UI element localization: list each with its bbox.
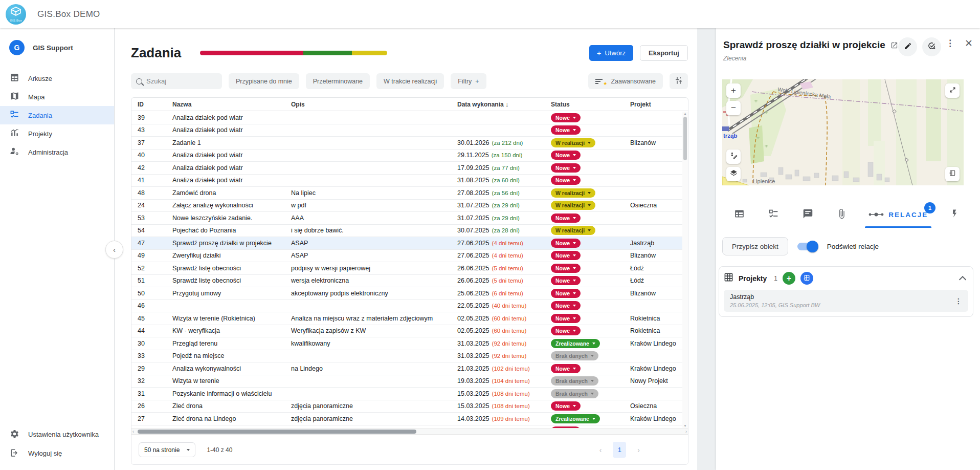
status-badge[interactable]: Nowe (551, 264, 581, 273)
filter-chip-inprogress[interactable]: W trakcie realizacji (376, 73, 444, 89)
page-size-select[interactable]: 50 na stronie (139, 442, 195, 457)
status-badge[interactable]: W realizacji (551, 226, 595, 235)
vertical-scrollbar[interactable]: ▲ ▼ (682, 112, 688, 428)
status-badge[interactable]: W realizacji (551, 138, 595, 147)
table-row[interactable]: 27Zleć drona na Lindegozdjęcia panoramic… (131, 413, 688, 425)
table-row[interactable]: 40Analiza działek pod wiatr29.11.2025(za… (131, 149, 688, 162)
collapse-section-icon[interactable] (959, 275, 966, 283)
status-badge[interactable]: Zrealizowane (551, 339, 600, 348)
panel-collapse-button[interactable]: ‹ (105, 241, 123, 259)
column-header-status[interactable]: Status (545, 101, 624, 108)
status-badge[interactable]: Nowe (551, 276, 581, 285)
table-row[interactable]: 44KW - weryfikacjaWeryfikacja zapisów z … (131, 325, 688, 338)
tab-comments[interactable] (791, 201, 825, 228)
create-button[interactable]: + Utwórz (589, 45, 633, 61)
sidebar-item-administracja[interactable]: Administracja (0, 143, 114, 161)
advanced-filter-button[interactable]: ★ Zaawansowane (588, 73, 663, 89)
table-row[interactable]: 33Pojedź na miejsce31.03.2025(92 dni tem… (131, 350, 688, 363)
table-row[interactable]: 51Sprawdź listę obecnościwersja elektron… (131, 275, 688, 288)
status-badge[interactable]: Nowe (551, 314, 581, 323)
status-badge[interactable]: Brak danych (551, 376, 598, 386)
horizontal-scrollbar-thumb[interactable] (138, 430, 416, 434)
table-row[interactable]: 48Zamówić dronaNa lipiec27.08.2025(za 56… (131, 187, 688, 200)
table-row[interactable]: 52Sprawdź listę obecnościpodpisy w wersj… (131, 262, 688, 275)
column-settings-button[interactable] (670, 73, 688, 89)
sidebar-item-ustawienia[interactable]: Ustawienia użytkownika (0, 425, 114, 444)
zoom-in-button[interactable]: + (726, 83, 741, 98)
status-badge[interactable]: Nowe (551, 289, 581, 298)
table-row[interactable]: 49Zweryfikuj działkiASAP27.06.2025(4 dni… (131, 250, 688, 263)
status-badge[interactable]: Nowe (551, 213, 581, 223)
status-badge[interactable]: Nowe (551, 125, 581, 135)
current-page[interactable]: 1 (613, 442, 626, 458)
close-icon[interactable]: ✕ (965, 38, 973, 48)
list-item[interactable]: Jastrząb 25.06.2025, 12:05, GIS Support … (724, 290, 968, 312)
sidebar-item-zadania[interactable]: Zadania (0, 106, 114, 124)
status-badge[interactable]: Nowe (551, 401, 581, 411)
add-relation-button[interactable]: + (783, 272, 795, 285)
table-row[interactable]: 29Analiza wykonywalnościna Lindego21.03.… (131, 362, 688, 375)
measure-tool-button[interactable] (726, 149, 741, 164)
status-badge[interactable]: Nowe (551, 151, 581, 160)
column-header-id[interactable]: ID (131, 101, 166, 108)
open-in-new-icon[interactable] (890, 41, 898, 51)
gisbox-logo[interactable]: GIS.Box (6, 4, 26, 25)
table-row[interactable]: 31Pozyskanie informacji o właścicielu15.… (131, 388, 688, 400)
export-button[interactable]: Eksportuj (640, 45, 688, 61)
table-row[interactable]: 41Analiza działek pod wiatr31.08.2025(za… (131, 175, 688, 187)
filter-chip-overdue[interactable]: Przeterminowane (306, 73, 370, 89)
table-row[interactable]: 43Analiza działek pod wiatrNowe (131, 124, 688, 137)
status-badge[interactable]: Nowe (551, 239, 581, 248)
column-header-data[interactable]: Data wykonania ↓ (451, 100, 545, 108)
sidebar-item-mapa[interactable]: Mapa (0, 88, 114, 106)
column-header-opis[interactable]: Opis (285, 101, 451, 108)
table-row[interactable]: 50Przygotuj umowyakceptowany podpis elek… (131, 287, 688, 300)
table-row[interactable]: 42Analiza działek pod wiatr17.09.2025(za… (131, 162, 688, 175)
more-menu-button[interactable]: ⋮ (946, 39, 954, 48)
sidebar-item-arkusze[interactable]: Arkusze (0, 69, 114, 88)
prev-page-button[interactable]: ‹ (599, 446, 602, 454)
complete-task-button[interactable] (922, 37, 941, 56)
sidebar-item-wyloguj[interactable]: Wyloguj się (0, 444, 114, 463)
status-badge[interactable]: W realizacji (551, 201, 595, 210)
table-row[interactable]: 54Pojechać do Poznaniai się dobrze bawić… (131, 225, 688, 238)
table-row[interactable]: 47Sprawdź proszę działki w projekcieASAP… (131, 237, 688, 250)
status-badge[interactable]: Zrealizowane (551, 414, 600, 423)
table-row[interactable]: 37Zadanie 130.01.2026(za 212 dni)W reali… (131, 137, 688, 149)
table-row[interactable]: 30Przegląd terenukwalifikowany31.03.2025… (131, 337, 688, 350)
assign-object-button[interactable]: Przypisz obiekt (722, 237, 788, 255)
scroll-up-icon[interactable]: ▲ (682, 112, 688, 115)
edit-button[interactable] (898, 37, 917, 56)
basemap-toggle-button[interactable] (945, 167, 960, 181)
status-badge[interactable]: Nowe (551, 176, 581, 185)
scroll-down-icon[interactable]: ▼ (682, 424, 688, 428)
column-header-projekt[interactable]: Projekt (624, 101, 688, 108)
expand-map-button[interactable] (945, 83, 960, 98)
search-input[interactable] (146, 77, 217, 85)
filter-chip-assigned[interactable]: Przypisane do mnie (229, 73, 299, 89)
tab-details[interactable] (722, 201, 756, 228)
column-header-nazwa[interactable]: Nazwa (166, 101, 285, 108)
status-badge[interactable]: W realizacji (551, 188, 595, 198)
zoom-out-button[interactable]: − (726, 101, 741, 115)
table-row[interactable]: 4622.05.2025(40 dni temu)Nowe (131, 300, 688, 313)
scroll-right-icon[interactable]: › (685, 429, 687, 435)
tab-attachments[interactable] (825, 201, 859, 228)
vertical-scrollbar-thumb[interactable] (683, 117, 687, 160)
user-row[interactable]: G GIS Support (0, 28, 114, 57)
status-badge[interactable]: Brak danych (551, 351, 598, 360)
relation-menu-button[interactable]: ⋮ (955, 297, 962, 305)
filters-add-button[interactable]: Filtry+ (451, 73, 486, 89)
horizontal-scrollbar[interactable]: ‹ › (131, 428, 688, 435)
table-row[interactable]: 24Załącz analizę wykonalnościw pdf31.07.… (131, 200, 688, 212)
sidebar-item-projekty[interactable]: Projekty (0, 124, 114, 143)
tab-checklist[interactable] (756, 201, 791, 228)
status-badge[interactable]: Nowe (551, 301, 581, 310)
status-badge[interactable]: Nowe (551, 364, 581, 373)
table-row[interactable]: 32Wizyta w terenie19.03.2025(104 dni tem… (131, 375, 688, 388)
status-badge[interactable]: Nowe (551, 163, 581, 173)
status-badge[interactable]: Nowe (551, 113, 581, 122)
next-page-button[interactable]: › (637, 446, 640, 454)
layers-button[interactable] (726, 167, 741, 181)
show-on-map-button[interactable] (800, 272, 813, 285)
